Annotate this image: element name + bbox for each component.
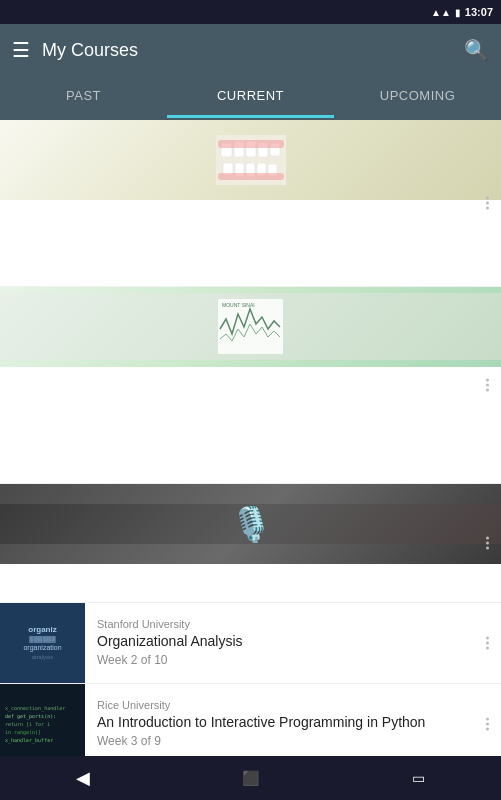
back-button[interactable]: ◀ xyxy=(76,767,90,789)
list-item[interactable]: organiz ▓▓▓▓▓▓ organization analysis Sta… xyxy=(0,603,501,683)
course-thumbnail xyxy=(0,120,501,200)
tab-upcoming[interactable]: UPCOMING xyxy=(334,76,501,118)
more-options-button[interactable] xyxy=(482,632,493,653)
course-title: An Introduction to Interactive Programmi… xyxy=(97,713,471,731)
svg-text:MOUNT SINAI: MOUNT SINAI xyxy=(222,302,255,308)
course-info: Stanford University Organizational Analy… xyxy=(85,603,501,683)
menu-button[interactable]: ☰ xyxy=(12,40,30,60)
course-week: Week 2 of 10 xyxy=(97,653,471,667)
tab-current[interactable]: CURRENT xyxy=(167,76,334,118)
tab-past[interactable]: PAST xyxy=(0,76,167,118)
home-button[interactable]: ⬛ xyxy=(242,770,259,786)
recent-apps-button[interactable]: ▭ xyxy=(412,770,425,786)
list-item[interactable]: MOUNT SINAI Icahn School of Medicine at … xyxy=(0,287,501,483)
page-title: My Courses xyxy=(42,40,452,61)
bottom-nav: ◀ ⬛ ▭ xyxy=(0,756,501,800)
svg-rect-12 xyxy=(218,173,284,180)
status-time: 13:07 xyxy=(465,6,493,18)
svg-rect-6 xyxy=(218,140,284,148)
list-item[interactable]: 🎙️ University of Washington Introduction… xyxy=(0,484,501,602)
course-institution: Stanford University xyxy=(97,618,471,630)
more-options-button[interactable] xyxy=(482,375,493,396)
course-thumbnail: x_connection_handler def get_ports(n): r… xyxy=(0,684,85,756)
course-info: Rice University An Introduction to Inter… xyxy=(85,684,501,756)
course-institution: Rice University xyxy=(97,699,471,711)
top-bar: ☰ My Courses 🔍 xyxy=(0,24,501,76)
list-item[interactable]: x_connection_handler def get_ports(n): r… xyxy=(0,684,501,756)
more-options-button[interactable] xyxy=(482,713,493,734)
status-bar: ▲▲ ▮ 13:07 xyxy=(0,0,501,24)
more-options-button[interactable] xyxy=(482,192,493,213)
course-thumbnail: MOUNT SINAI xyxy=(0,287,501,367)
course-list: University of California, San Francisco … xyxy=(0,120,501,756)
battery-icon: ▮ xyxy=(455,7,461,18)
search-button[interactable]: 🔍 xyxy=(464,38,489,62)
course-week: Week 3 of 9 xyxy=(97,734,471,748)
list-item[interactable]: University of California, San Francisco … xyxy=(0,120,501,286)
status-icons: ▲▲ ▮ 13:07 xyxy=(431,6,493,18)
course-thumbnail: 🎙️ xyxy=(0,484,501,564)
course-title: Organizational Analysis xyxy=(97,632,471,650)
tabs-bar: PAST CURRENT UPCOMING xyxy=(0,76,501,120)
more-options-button[interactable] xyxy=(482,532,493,553)
wifi-icon: ▲▲ xyxy=(431,7,451,18)
course-thumbnail: organiz ▓▓▓▓▓▓ organization analysis xyxy=(0,603,85,683)
